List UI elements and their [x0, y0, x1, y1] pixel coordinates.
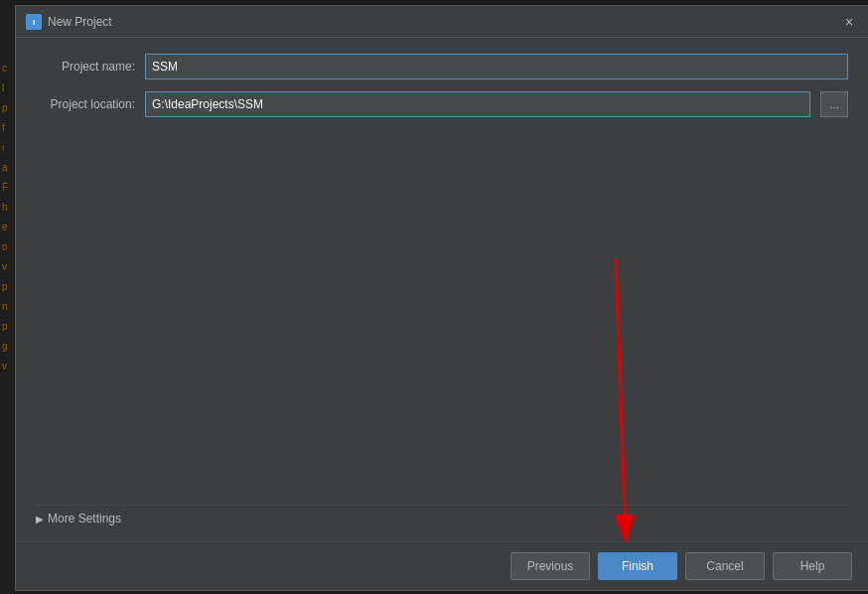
project-name-row: Project name:: [36, 54, 848, 79]
cancel-button[interactable]: Cancel: [685, 552, 765, 580]
project-location-input[interactable]: [145, 91, 810, 117]
dialog-title: New Project: [48, 15, 112, 29]
svg-text:I: I: [33, 18, 35, 27]
project-location-row: Project location: ...: [36, 91, 848, 117]
previous-button[interactable]: Previous: [510, 552, 590, 580]
more-settings-label: More Settings: [48, 512, 121, 525]
project-name-label: Project name:: [36, 60, 135, 74]
dialog-content: Project name: Project location: ... ▶ Mo…: [16, 38, 868, 541]
more-settings-arrow-icon: ▶: [36, 514, 44, 524]
title-bar: I New Project ×: [16, 6, 868, 38]
title-bar-left: I New Project: [26, 14, 112, 30]
project-name-input[interactable]: [145, 54, 848, 79]
finish-button[interactable]: Finish: [598, 552, 677, 580]
dialog-bottom-bar: Previous Finish Cancel Help: [16, 541, 868, 590]
more-settings-toggle[interactable]: ▶ More Settings: [36, 505, 848, 531]
project-location-label: Project location:: [36, 97, 135, 111]
browse-button[interactable]: ...: [820, 91, 848, 117]
middle-spacer: [36, 129, 848, 493]
help-button[interactable]: Help: [773, 552, 852, 580]
dialog-icon: I: [26, 14, 42, 30]
close-button[interactable]: ×: [840, 13, 858, 31]
new-project-dialog: I New Project × Project name: Project lo…: [15, 5, 868, 591]
